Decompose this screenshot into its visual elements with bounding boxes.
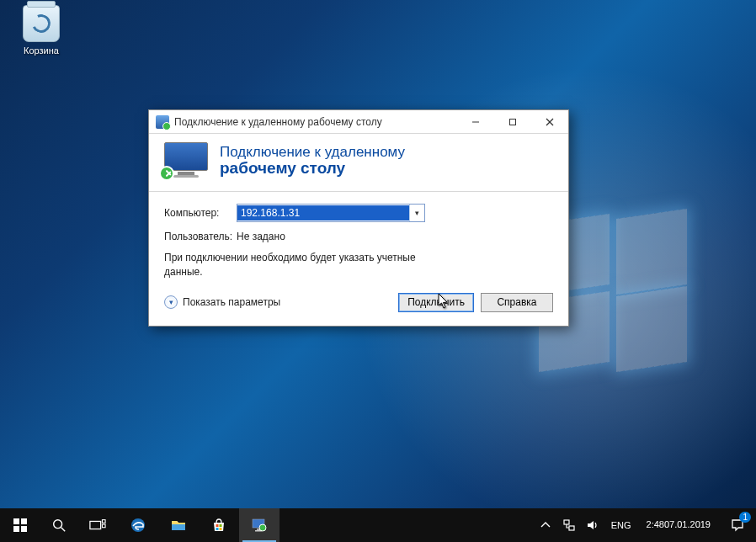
- tray-network[interactable]: [557, 508, 581, 542]
- computer-label: Компьютер:: [164, 207, 237, 219]
- svg-point-22: [259, 524, 266, 531]
- taskbar-app-store[interactable]: [199, 508, 239, 542]
- taskbar-app-edge[interactable]: [118, 508, 158, 542]
- connect-button[interactable]: Подключить: [398, 293, 474, 312]
- svg-rect-6: [13, 526, 19, 532]
- chevron-down-icon[interactable]: ▾: [409, 205, 424, 221]
- svg-rect-4: [13, 518, 19, 524]
- window-title: Подключение к удаленному рабочему столу: [174, 116, 457, 128]
- rdp-monitor-icon: [164, 142, 208, 179]
- tray-volume[interactable]: [581, 508, 604, 542]
- tray-chevron-up[interactable]: [534, 508, 557, 542]
- minimize-button[interactable]: [457, 110, 494, 134]
- speaker-icon: [586, 518, 599, 532]
- tray-language[interactable]: ENG: [604, 508, 638, 542]
- system-tray: ENG 2:48 07.01.2019 1: [534, 508, 756, 542]
- tray-clock[interactable]: 2:48 07.01.2019: [638, 508, 719, 542]
- user-value: Не задано: [237, 231, 285, 242]
- svg-rect-12: [102, 524, 105, 528]
- computer-input[interactable]: [237, 205, 409, 221]
- svg-rect-10: [90, 521, 101, 529]
- computer-combobox[interactable]: ▾: [237, 204, 425, 222]
- svg-rect-7: [21, 526, 27, 532]
- svg-rect-15: [216, 524, 219, 527]
- windows-logo-icon: [12, 517, 29, 534]
- taskbar-search-button[interactable]: [40, 508, 77, 542]
- svg-line-9: [61, 528, 66, 532]
- rdp-banner: Подключение к удаленному рабочему столу: [149, 134, 568, 192]
- svg-rect-5: [21, 518, 27, 524]
- notification-count-badge: 1: [739, 512, 751, 523]
- tray-action-center[interactable]: 1: [719, 508, 756, 542]
- user-label: Пользователь:: [164, 231, 237, 242]
- credentials-hint: При подключении необходимо будет указать…: [164, 251, 434, 279]
- desktop-icon-recycle-bin[interactable]: Корзина: [12, 5, 71, 56]
- show-options-toggle[interactable]: ▾ Показать параметры: [164, 295, 280, 309]
- svg-point-8: [54, 520, 62, 529]
- folder-icon: [170, 517, 187, 534]
- edge-icon: [130, 517, 146, 534]
- svg-rect-11: [102, 520, 105, 523]
- rdp-body: Компьютер: ▾ Пользователь: Не задано При…: [149, 192, 568, 326]
- search-icon: [51, 518, 67, 533]
- recycle-bin-icon: [23, 5, 60, 42]
- rdp-icon: [251, 517, 268, 534]
- close-button[interactable]: [531, 110, 568, 134]
- taskbar: ENG 2:48 07.01.2019 1: [0, 508, 756, 542]
- banner-title-line1: Подключение к удаленному: [220, 144, 405, 161]
- maximize-button[interactable]: [494, 110, 531, 134]
- svg-rect-17: [216, 528, 219, 530]
- svg-rect-18: [220, 528, 222, 530]
- network-icon: [562, 518, 576, 532]
- rdp-app-icon: [156, 115, 169, 129]
- chevron-up-icon: [539, 518, 552, 532]
- store-icon: [210, 517, 227, 534]
- svg-rect-16: [220, 524, 222, 527]
- tray-time: 2:48: [647, 519, 664, 530]
- show-options-label: Показать параметры: [183, 296, 280, 308]
- titlebar[interactable]: Подключение к удаленному рабочему столу: [149, 110, 568, 134]
- taskbar-app-rdp[interactable]: [239, 508, 280, 542]
- task-view-button[interactable]: [77, 508, 118, 542]
- desktop-icon-label: Корзина: [24, 45, 59, 56]
- banner-title-line2: рабочему столу: [220, 159, 405, 178]
- task-view-icon: [89, 517, 106, 534]
- rdp-window: Подключение к удаленному рабочему столу …: [148, 109, 569, 327]
- svg-rect-1: [510, 119, 516, 125]
- taskbar-app-explorer[interactable]: [158, 508, 199, 542]
- chevron-down-icon: ▾: [164, 295, 178, 309]
- help-button[interactable]: Справка: [481, 293, 553, 312]
- svg-rect-23: [564, 520, 569, 524]
- tray-date: 07.01.2019: [664, 519, 711, 530]
- svg-rect-24: [569, 526, 574, 530]
- svg-rect-14: [172, 524, 185, 530]
- start-button[interactable]: [0, 508, 40, 542]
